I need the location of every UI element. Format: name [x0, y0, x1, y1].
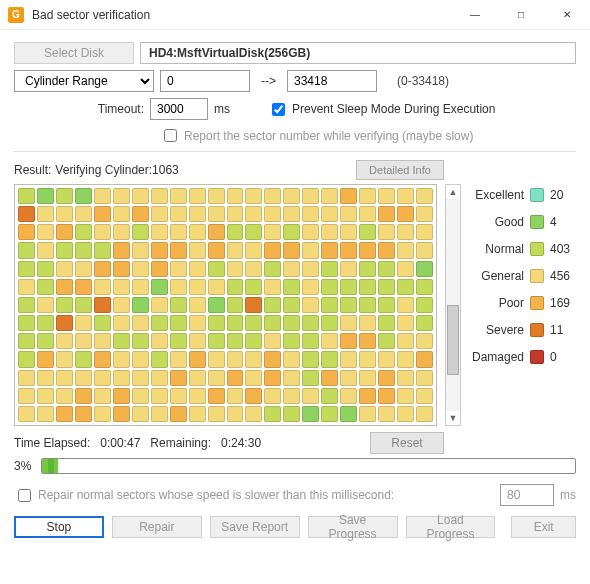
sector-cell [321, 206, 338, 222]
legend-name: Excellent [475, 188, 524, 202]
repair-speed-input[interactable] [18, 489, 31, 502]
scroll-up-icon[interactable]: ▲ [446, 185, 460, 199]
sector-cell [321, 279, 338, 295]
report-sector-checkbox[interactable]: Report the sector number while verifying… [160, 126, 473, 145]
sector-cell [189, 333, 206, 349]
range-mode-select[interactable]: Cylinder Range [14, 70, 154, 92]
sector-cell [397, 315, 414, 331]
close-button[interactable]: ✕ [544, 0, 590, 30]
sector-cell [56, 297, 73, 313]
sector-cell [208, 206, 225, 222]
sector-cell [208, 242, 225, 258]
sector-cell [170, 279, 187, 295]
exit-button[interactable]: Exit [511, 516, 576, 538]
sector-cell [397, 333, 414, 349]
sector-cell [56, 388, 73, 404]
sector-cell [245, 279, 262, 295]
sector-cell [227, 351, 244, 367]
sector-cell [56, 188, 73, 204]
timeout-input[interactable] [150, 98, 208, 120]
sector-cell [378, 333, 395, 349]
sector-cell [340, 279, 357, 295]
grid-scrollbar[interactable]: ▲ ▼ [445, 184, 461, 426]
legend-swatch [530, 215, 544, 229]
maximize-button[interactable]: □ [498, 0, 544, 30]
sector-cell [151, 261, 168, 277]
repair-ms-input[interactable] [500, 484, 554, 506]
sector-cell [75, 206, 92, 222]
prevent-sleep-input[interactable] [272, 103, 285, 116]
range-from-input[interactable] [160, 70, 250, 92]
scroll-track[interactable] [446, 199, 460, 411]
stop-button[interactable]: Stop [14, 516, 104, 538]
sector-cell [359, 351, 376, 367]
legend-swatch [530, 296, 544, 310]
sector-cell [227, 224, 244, 240]
detailed-info-button[interactable]: Detailed Info [356, 160, 444, 180]
sector-cell [75, 351, 92, 367]
sector-cell [132, 388, 149, 404]
sector-cell [416, 297, 433, 313]
range-to-input[interactable] [287, 70, 377, 92]
sector-cell [170, 388, 187, 404]
minimize-button[interactable]: — [452, 0, 498, 30]
sector-cell [94, 406, 111, 422]
sector-cell [132, 242, 149, 258]
sector-cell [321, 261, 338, 277]
sector-cell [75, 279, 92, 295]
sector-cell [340, 242, 357, 258]
sector-cell [113, 188, 130, 204]
sector-cell [94, 188, 111, 204]
sector-cell [378, 242, 395, 258]
time-remaining-value: 0:24:30 [221, 436, 261, 450]
prevent-sleep-label: Prevent Sleep Mode During Execution [292, 102, 495, 116]
sector-cell [321, 188, 338, 204]
legend-count: 4 [550, 215, 576, 229]
sector-cell [37, 406, 54, 422]
sector-cell [189, 279, 206, 295]
sector-cell [321, 370, 338, 386]
load-progress-button[interactable]: Load Progress [406, 516, 496, 538]
sector-cell [245, 388, 262, 404]
sector-cell [245, 406, 262, 422]
sector-cell [132, 315, 149, 331]
report-sector-input[interactable] [164, 129, 177, 142]
sector-cell [208, 279, 225, 295]
sector-cell [340, 315, 357, 331]
scroll-down-icon[interactable]: ▼ [446, 411, 460, 425]
prevent-sleep-checkbox[interactable]: Prevent Sleep Mode During Execution [268, 100, 495, 119]
sector-cell [264, 297, 281, 313]
sector-cell [94, 388, 111, 404]
legend-swatch [530, 188, 544, 202]
sector-cell [227, 388, 244, 404]
scroll-thumb[interactable] [447, 305, 459, 375]
sector-cell [302, 388, 319, 404]
sector-cell [416, 261, 433, 277]
repair-button[interactable]: Repair [112, 516, 202, 538]
result-status: Verifying Cylinder:1063 [55, 163, 178, 177]
sector-cell [416, 333, 433, 349]
sector-cell [132, 261, 149, 277]
sector-cell [151, 279, 168, 295]
sector-cell [378, 351, 395, 367]
sector-cell [416, 351, 433, 367]
sector-cell [170, 242, 187, 258]
repair-ms-unit: ms [560, 488, 576, 502]
sector-cell [378, 406, 395, 422]
legend-count: 456 [550, 269, 576, 283]
legend-name: Good [495, 215, 524, 229]
sector-cell [170, 351, 187, 367]
save-report-button[interactable]: Save Report [210, 516, 300, 538]
save-progress-button[interactable]: Save Progress [308, 516, 398, 538]
sector-cell [18, 297, 35, 313]
sector-cell [208, 224, 225, 240]
sector-cell [397, 224, 414, 240]
select-disk-button[interactable]: Select Disk [14, 42, 134, 64]
sector-cell [416, 242, 433, 258]
sector-cell [94, 261, 111, 277]
reset-button[interactable]: Reset [370, 432, 444, 454]
sector-cell [37, 206, 54, 222]
legend: Excellent20Good4Normal403General456Poor1… [469, 184, 576, 426]
sector-cell [302, 206, 319, 222]
repair-speed-checkbox[interactable]: Repair normal sectors whose speed is slo… [14, 486, 394, 505]
